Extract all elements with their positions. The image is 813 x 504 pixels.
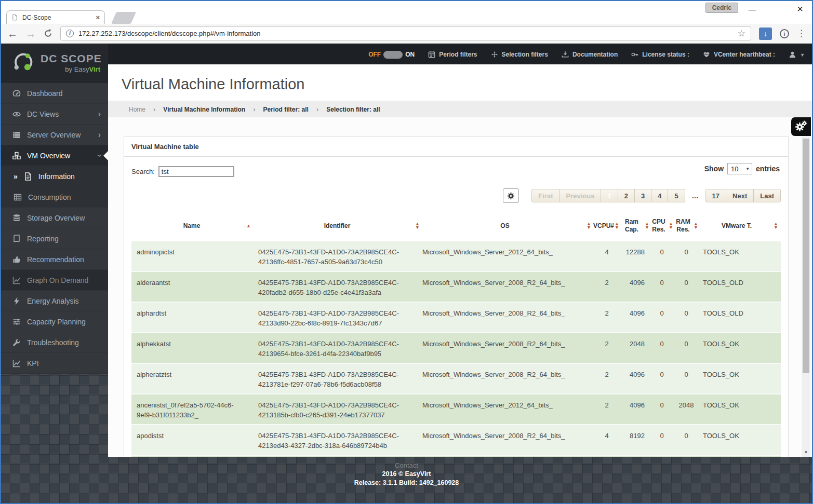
scrollbar-down-icon[interactable]: ▼ — [802, 450, 810, 455]
download-icon — [562, 51, 569, 58]
table-row[interactable]: alderaantst 0425E475-73B1-43FD-A1D0-73A2… — [131, 272, 781, 303]
sidebar-item[interactable]: Capacity Planning — [1, 311, 108, 332]
pagination-page-button[interactable]: 4 — [651, 189, 668, 202]
toggle-switch[interactable] — [383, 51, 403, 59]
pagination-page-button[interactable]: 1 — [601, 189, 618, 202]
cell-vmware-tools: TOOLS_OK — [699, 364, 781, 393]
sidebar-item-label: Troubleshooting — [27, 338, 101, 347]
page-info-icon[interactable]: i — [66, 30, 74, 37]
sidebar-item[interactable]: Server Overview › — [1, 125, 108, 145]
table-settings-button[interactable] — [503, 188, 519, 203]
bookmark-star-icon[interactable]: ☆ — [738, 28, 745, 39]
reload-icon[interactable] — [44, 29, 52, 38]
vcenter-heartbeat-label: VCenter hearthbeat : — [714, 51, 775, 58]
pagination-page-button[interactable]: 5 — [668, 189, 685, 202]
tab-close-icon[interactable]: × — [96, 13, 100, 21]
column-header-ram-cap[interactable]: Ram Cap. ▲▼ — [620, 210, 650, 241]
sidebar-item[interactable]: Dashboard — [1, 83, 108, 104]
sort-both-icon: ▲▼ — [615, 222, 619, 229]
column-header-name[interactable]: Name ▲ — [131, 210, 258, 241]
forward-icon[interactable]: → — [25, 29, 36, 39]
caret-down-icon: ▾ — [801, 52, 804, 58]
column-header-identifier[interactable]: Identifier ▲▼ — [258, 210, 422, 241]
table-row[interactable]: ancenistst_0f7ef2a5-5702-44c6-9ef9-b31f0… — [131, 394, 781, 425]
table-row[interactable]: alphardtst 0425E475-73B1-43FD-A1D0-73A2B… — [131, 303, 781, 333]
sidebar-item[interactable]: » Information — [1, 166, 108, 187]
settings-flyout-button[interactable] — [791, 117, 811, 136]
table-row[interactable]: adminopictst 0425E475-73B1-43FD-A1D0-73A… — [131, 241, 781, 272]
browser-menu-icon[interactable]: ⋮ — [797, 28, 806, 39]
column-header-vmware-tools[interactable]: VMware T. ▲▼ — [699, 210, 781, 241]
sidebar-item[interactable]: Recommendation — [1, 249, 108, 270]
pagination-previous-button: Previous — [559, 189, 602, 202]
sidebar-item[interactable]: DC Views › — [1, 104, 108, 125]
table-row[interactable]: apodistst 0425E475-73B1-43FD-A1D0-73A2B9… — [131, 425, 781, 456]
toggle-on-label: ON — [405, 51, 415, 58]
pagination-next-button[interactable]: Next — [726, 189, 754, 202]
sidebar-item[interactable]: Graph On Demand — [1, 270, 108, 291]
search-input[interactable] — [158, 166, 234, 177]
address-bar[interactable]: i 172.27.252.173/dcscope/client/dcscope.… — [60, 26, 751, 40]
sidebar-item[interactable]: Consumption — [1, 187, 108, 208]
url-text[interactable]: 172.27.252.173/dcscope/client/dcscope.ph… — [78, 30, 733, 37]
cell-vcpu: 2 — [594, 272, 620, 302]
vm-table: Name ▲ Identifier ▲▼ OS ▲▼ VCPU# ▲▼ — [131, 210, 781, 457]
pagination-last-page-button[interactable]: 17 — [705, 189, 726, 202]
footer-contact-link[interactable]: Contact — [395, 461, 418, 470]
column-header-cpu-res[interactable]: CPU Res. ▲▼ — [650, 210, 674, 241]
table-row[interactable]: alpheratztst 0425E475-73B1-43FD-A1D0-73A… — [131, 364, 781, 394]
table-row[interactable]: alphekkatst 0425E475-73B1-43FD-A1D0-73A2… — [131, 333, 781, 364]
documentation-button[interactable]: Documentation — [562, 51, 618, 58]
back-icon[interactable]: ← — [7, 29, 18, 39]
submenu-marker-icon: » — [14, 172, 18, 181]
page-size-select[interactable]: 10 ▼ — [727, 163, 752, 174]
app-footer: Contact 2016 © EasyVirt Release: 3.1.1 B… — [1, 457, 812, 503]
column-header-vcpu[interactable]: VCPU# ▲▼ — [594, 210, 620, 241]
sidebar-item[interactable]: VM Overview › — [1, 145, 108, 166]
vcenter-heartbeat[interactable]: VCenter hearthbeat : — [703, 51, 775, 58]
breadcrumb-home[interactable]: Home — [129, 106, 145, 113]
sidebar-item[interactable]: KPI — [1, 353, 108, 374]
column-header-ram-res[interactable]: RAM Res. ▲▼ — [674, 210, 699, 241]
filters-toggle[interactable]: OFF ON — [368, 51, 415, 59]
extension-circle-icon[interactable]: i — [780, 29, 789, 38]
cell-vcpu: 4 — [594, 425, 620, 455]
pagination-page-button[interactable]: 2 — [618, 189, 635, 202]
cell-identifier: 0425E475-73B1-43FD-A1D0-73A2B985CE4C-421… — [258, 241, 422, 271]
cell-ram-res: 0 — [674, 364, 699, 393]
browser-profile-badge[interactable]: Cedric — [705, 3, 738, 13]
window-close-button[interactable]: × — [788, 1, 812, 17]
gears-icon — [802, 120, 807, 126]
breadcrumb-separator-icon: › — [253, 105, 255, 113]
sidebar-item[interactable]: Storage Overview — [1, 208, 108, 228]
selection-filters-button[interactable]: Selection filters — [491, 51, 548, 58]
app-logo[interactable]: DC SCOPE by EasyVirt — [1, 44, 108, 83]
chevron-icon: › — [98, 110, 101, 118]
license-status[interactable]: License status : — [631, 51, 689, 58]
cell-vmware-tools: TOOLS_OK — [699, 333, 781, 363]
new-tab-button[interactable] — [111, 12, 136, 24]
sidebar-item-label: DC Views — [27, 110, 92, 118]
app-topbar: OFF ON Period filters Selection filters … — [1, 44, 812, 65]
sort-both-icon: ▲▼ — [694, 222, 698, 229]
period-filters-button[interactable]: Period filters — [428, 51, 477, 58]
sidebar-item-label: Reporting — [27, 235, 101, 243]
sidebar-item[interactable]: Reporting — [1, 228, 108, 249]
user-menu[interactable]: ▾ — [789, 51, 804, 59]
content-scrollbar[interactable]: ▼ — [802, 137, 810, 457]
scrollbar-thumb[interactable] — [803, 139, 809, 373]
pagination-last-button[interactable]: Last — [753, 189, 781, 202]
sidebar-item[interactable]: Energy Analysis — [1, 291, 108, 311]
browser-tab[interactable]: DC-Scope × — [6, 10, 105, 24]
column-header-os[interactable]: OS ▲▼ — [422, 210, 594, 241]
window-maximize-button[interactable] — [764, 1, 788, 17]
sidebar-item[interactable]: Troubleshooting — [1, 332, 108, 353]
sidebar-item-icon — [12, 214, 21, 222]
cell-ram-cap: 4096 — [620, 272, 650, 302]
cell-vmware-tools: TOOLS_OLD — [699, 272, 781, 302]
sidebar-item-icon — [12, 131, 21, 139]
download-extension-icon[interactable]: ↓ — [759, 28, 772, 40]
window-minimize-button[interactable]: — — [740, 1, 764, 17]
pagination-page-button[interactable]: 3 — [634, 189, 651, 202]
cell-name: adminopictst — [131, 241, 258, 271]
